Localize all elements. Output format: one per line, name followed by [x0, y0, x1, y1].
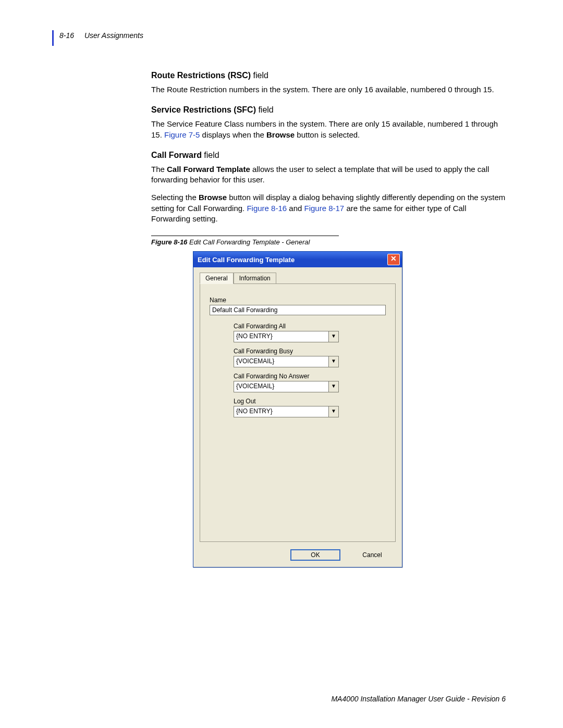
dialog-button-row: OK Cancel — [193, 545, 402, 567]
page-number: 8-16 — [59, 31, 74, 40]
cf-noans-value: {VOICEMAIL} — [234, 381, 328, 392]
logout-value: {NO ENTRY} — [234, 406, 328, 417]
close-icon[interactable]: ✕ — [387, 254, 400, 265]
heading-rsc-bold: Route Restrictions (RSC) — [151, 71, 251, 80]
heading-sfc-thin: field — [256, 105, 274, 114]
cf-noans-label: Call Forwarding No Answer — [234, 373, 386, 380]
cf-all-value: {NO ENTRY} — [234, 331, 328, 342]
heading-cf-bold: Call Forward — [151, 151, 202, 159]
cf-p1-pre: The — [151, 165, 167, 174]
cf-noans-combo[interactable]: {VOICEMAIL} ▼ — [234, 381, 339, 392]
cf-p2-and: and — [287, 204, 304, 213]
ok-button[interactable]: OK — [290, 549, 340, 561]
chevron-down-icon[interactable]: ▼ — [328, 331, 338, 342]
heading-sfc: Service Restrictions (SFC) field — [151, 105, 506, 115]
cf-all-label: Call Forwarding All — [234, 323, 386, 330]
cf-p2-pre: Selecting the — [151, 193, 199, 202]
cf-p2-bold: Browse — [199, 193, 227, 202]
link-figure-8-16[interactable]: Figure 8-16 — [247, 204, 287, 213]
section-name: User Assignments — [84, 31, 143, 40]
sfc-body: The Service Feature Class numbers in the… — [151, 119, 506, 140]
cf-p1-bold: Call Forward Template — [167, 165, 250, 174]
chevron-down-icon[interactable]: ▼ — [328, 356, 338, 367]
dialog-edit-call-forwarding: Edit Call Forwarding Template ✕ General … — [193, 251, 402, 567]
dialog-body: General Information Name Call Forwarding… — [193, 267, 402, 545]
header-rule — [52, 30, 54, 46]
figure-text: Edit Call Forwarding Template - General — [187, 238, 310, 246]
sfc-bold: Browse — [266, 130, 295, 139]
link-figure-7-5[interactable]: Figure 7-5 — [164, 130, 200, 139]
dialog-title: Edit Call Forwarding Template — [198, 256, 387, 264]
figure-rule — [151, 236, 339, 236]
chevron-down-icon[interactable]: ▼ — [328, 381, 338, 392]
sfc-post1: displays when the — [200, 130, 266, 139]
cf-p1: The Call Forward Template allows the use… — [151, 164, 506, 186]
logout-combo[interactable]: {NO ENTRY} ▼ — [234, 406, 339, 417]
tab-panel-general: Name Call Forwarding All {NO ENTRY} ▼ Ca… — [200, 283, 396, 542]
heading-cf: Call Forward field — [151, 151, 506, 160]
name-label: Name — [210, 297, 386, 304]
heading-cf-thin: field — [202, 151, 219, 159]
running-header: 8-16 User Assignments — [52, 31, 506, 40]
link-figure-8-17[interactable]: Figure 8-17 — [304, 204, 345, 213]
rsc-body: The Route Restriction numbers in the sys… — [151, 84, 506, 95]
dialog-titlebar[interactable]: Edit Call Forwarding Template ✕ — [193, 252, 402, 267]
heading-rsc: Route Restrictions (RSC) field — [151, 71, 506, 80]
chevron-down-icon[interactable]: ▼ — [328, 406, 338, 417]
page-footer: MA4000 Installation Manager User Guide -… — [331, 695, 506, 703]
heading-sfc-bold: Service Restrictions (SFC) — [151, 105, 256, 114]
name-field[interactable] — [210, 305, 386, 315]
cf-busy-value: {VOICEMAIL} — [234, 356, 328, 367]
cf-p2: Selecting the Browse button will display… — [151, 192, 506, 224]
cf-all-combo[interactable]: {NO ENTRY} ▼ — [234, 331, 339, 342]
figure-caption: Figure 8-16 Edit Call Forwarding Templat… — [151, 238, 506, 246]
sfc-post2: button is selected. — [295, 130, 360, 139]
tab-general[interactable]: General — [200, 273, 234, 284]
tab-strip: General Information — [200, 273, 396, 284]
cancel-button[interactable]: Cancel — [350, 549, 395, 561]
cf-busy-combo[interactable]: {VOICEMAIL} ▼ — [234, 356, 339, 367]
heading-rsc-thin: field — [251, 71, 268, 80]
tab-information[interactable]: Information — [234, 273, 276, 284]
logout-label: Log Out — [234, 398, 386, 405]
figure-number: Figure 8-16 — [151, 238, 187, 246]
cf-busy-label: Call Forwarding Busy — [234, 348, 386, 355]
